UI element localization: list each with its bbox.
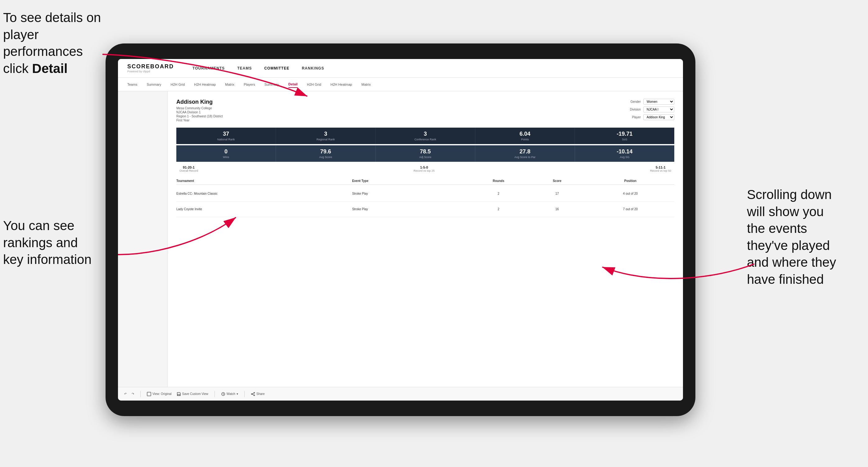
logo-area: SCOREBOARD Powered by clippd (127, 63, 174, 73)
toolbar-save-custom[interactable]: Save Custom View (177, 392, 208, 396)
conference-rank-value: 3 (378, 131, 472, 137)
national-rank-value: 37 (179, 131, 273, 137)
svg-point-4 (251, 394, 252, 394)
stats-grid-row1: 37 National Rank 3 Regional Rank 3 Confe… (176, 128, 674, 144)
svg-point-3 (254, 392, 254, 393)
avg-score-par-value: 27.8 (478, 148, 572, 155)
save-custom-label: Save Custom View (182, 392, 208, 396)
position-0: 4 out of 20 (586, 192, 674, 195)
record-top25-label: Record vs top 25 (413, 169, 435, 172)
svg-rect-0 (147, 392, 151, 396)
player-year: First Year (176, 119, 223, 122)
watch-label: Watch (227, 392, 235, 396)
nav-rankings[interactable]: RANKINGS (302, 65, 324, 72)
nav-teams[interactable]: TEAMS (237, 65, 252, 72)
tournament-name-0: Estrella CC- Mountain Classic (176, 192, 352, 195)
tournament-name-1: Lady Coyote Invite (176, 208, 352, 211)
col-header-event: Event Type (352, 179, 469, 183)
wins-value: 0 (179, 148, 273, 155)
stat-avg-score-par: 27.8 Avg Score to Par (475, 145, 575, 162)
score-1: 16 (528, 208, 586, 211)
table-row: Estrella CC- Mountain Classic Stroke Pla… (176, 186, 674, 201)
toolbar-undo[interactable]: ↶ (124, 392, 127, 396)
stat-avg-sg: -10.14 Avg SG (575, 145, 674, 162)
event-type-1: Stroke Play (352, 208, 469, 211)
player-select[interactable]: Addison King (643, 114, 674, 120)
tab-detail[interactable]: Detail (288, 81, 298, 88)
svg-point-5 (254, 395, 254, 396)
player-name: Addison King (176, 99, 223, 105)
col-header-position: Position (586, 179, 674, 183)
tab-h2h-grid2[interactable]: H2H Grid (307, 81, 321, 88)
toolbar-share[interactable]: Share (251, 392, 265, 396)
main-content: Addison King Mesa Community College NJCA… (118, 91, 683, 387)
logo-sub: Powered by clippd (127, 70, 174, 73)
player-division: NJCAA Division 1 (176, 111, 223, 114)
toolbar-redo[interactable]: ↷ (132, 392, 134, 396)
stat-conference-rank: 3 Conference Rank (376, 128, 475, 144)
annotation-bottom-left: You can see rankings and key information (3, 217, 121, 268)
tablet-frame: SCOREBOARD Powered by clippd TOURNAMENTS… (105, 43, 695, 416)
points-label: Points (478, 138, 572, 141)
gender-label: Gender (630, 100, 641, 103)
record-overall-label: Overall Record (180, 169, 198, 172)
tab-players[interactable]: Players (244, 81, 255, 88)
tab-h2h-heatmap[interactable]: H2H Heatmap (194, 81, 216, 88)
tab-summary2[interactable]: Summary (265, 81, 279, 88)
division-select[interactable]: NJCAA I (643, 106, 674, 113)
player-region: Region 1 - Southwest (18) District (176, 115, 223, 118)
sub-nav: Teams Summary H2H Grid H2H Heatmap Matri… (118, 77, 683, 91)
nav-committee[interactable]: COMMITTEE (264, 65, 289, 72)
record-overall: 91-20-1 Overall Record (180, 165, 198, 172)
toolbar-sep2 (215, 391, 215, 397)
avg-sg-label: Avg SG (578, 156, 672, 159)
sos-value: -19.71 (578, 131, 672, 137)
record-top50: 5-11-1 Record vs top 50 (650, 165, 671, 172)
sos-label: SoS (578, 138, 672, 141)
share-label: Share (256, 392, 265, 396)
table-header: Tournament Event Type Rounds Score Posit… (176, 177, 674, 185)
toolbar-sep1 (140, 391, 141, 397)
player-label: Player (632, 116, 641, 119)
stat-points: 6.04 Points (475, 128, 575, 144)
toolbar-view-original[interactable]: View: Original (147, 392, 172, 396)
stat-sos: -19.71 SoS (575, 128, 674, 144)
tab-summary[interactable]: Summary (147, 81, 161, 88)
col-header-score: Score (528, 179, 586, 183)
stat-adj-score: 78.5 Adj Score (376, 145, 475, 162)
division-filter: Division NJCAA I (630, 106, 674, 113)
nav-tournaments[interactable]: TOURNAMENTS (192, 65, 225, 72)
content-panel: Addison King Mesa Community College NJCA… (168, 91, 683, 387)
sidebar (118, 91, 168, 387)
tab-matrix[interactable]: Matrix (225, 81, 235, 88)
annotation-right: Scrolling down will show you the events … (747, 186, 865, 288)
adj-score-label: Adj Score (378, 156, 472, 159)
stat-national-rank: 37 National Rank (176, 128, 276, 144)
player-college: Mesa Community College (176, 106, 223, 110)
bottom-toolbar: ↶ ↷ View: Original Save Custom View Watc… (118, 387, 683, 401)
col-header-tournament: Tournament (176, 179, 352, 183)
tab-h2h-heatmap2[interactable]: H2H Heatmap (331, 81, 352, 88)
toolbar-watch[interactable]: Watch ▾ (221, 392, 238, 396)
annotation-top-left: To see details on player performances cl… (3, 9, 102, 77)
record-overall-value: 91-20-1 (180, 165, 198, 169)
score-0: 17 (528, 192, 586, 195)
tab-teams[interactable]: Teams (127, 81, 137, 88)
view-original-label: View: Original (152, 392, 172, 396)
logo-text: SCOREBOARD (127, 63, 174, 70)
top-nav: SCOREBOARD Powered by clippd TOURNAMENTS… (118, 59, 683, 77)
national-rank-label: National Rank (179, 138, 273, 141)
svg-rect-1 (178, 394, 180, 396)
avg-score-label: Avg Score (278, 156, 373, 159)
gender-select[interactable]: Women (643, 99, 674, 105)
tournament-table: Tournament Event Type Rounds Score Posit… (176, 177, 674, 217)
tab-matrix2[interactable]: Matrix (361, 81, 371, 88)
records-row: 91-20-1 Overall Record 1-5-0 Record vs t… (176, 165, 674, 172)
avg-score-value: 79.6 (278, 148, 373, 155)
position-1: 7 out of 20 (586, 208, 674, 211)
tab-h2h-grid[interactable]: H2H Grid (170, 81, 185, 88)
record-top25: 1-5-0 Record vs top 25 (413, 165, 435, 172)
record-top25-value: 1-5-0 (413, 165, 435, 169)
avg-score-par-label: Avg Score to Par (478, 156, 572, 159)
player-header: Addison King Mesa Community College NJCA… (176, 99, 674, 123)
